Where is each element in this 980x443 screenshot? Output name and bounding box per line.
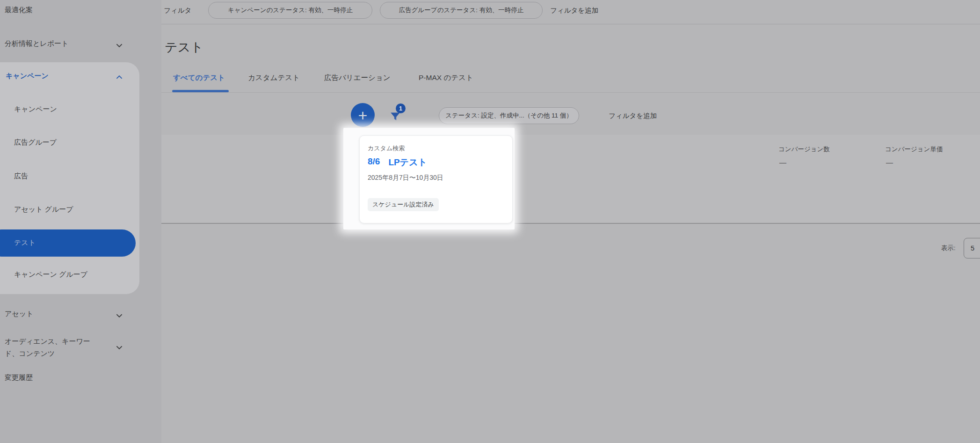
sidebar-item-audiences[interactable]: オーディエンス、キーワー ド、コンテンツ	[5, 335, 90, 360]
sidebar-item-label-line2: ド、コンテンツ	[5, 347, 90, 360]
tab-custom-experiments[interactable]: カスタムテスト	[248, 73, 300, 83]
sidebar-item-optimization[interactable]: 最適化案	[5, 6, 33, 15]
sidebar-item-assets[interactable]: アセット	[5, 310, 33, 318]
page-title: テスト	[165, 39, 203, 56]
chevron-down-icon	[115, 311, 124, 320]
sidebar-item-insights[interactable]: 分析情報とレポート	[5, 39, 68, 48]
page-size-value: 5	[971, 244, 974, 252]
page-size-label: 表示:	[941, 244, 956, 252]
sidebar-item-label: アセット	[5, 310, 33, 317]
plus-icon: +	[358, 107, 368, 123]
sidebar-item-label: 変更履歴	[5, 373, 33, 381]
column-header-cost-per-conversion[interactable]: コンバージョン単価	[885, 145, 943, 154]
experiment-name-prefix: 8/6	[368, 156, 380, 169]
chevron-down-icon	[115, 343, 124, 352]
experiment-type-label: カスタム検索	[368, 144, 405, 153]
tab-all-experiments[interactable]: すべてのテスト	[173, 73, 225, 83]
experiment-status-badge: スケジュール設定済み	[368, 198, 439, 211]
status-filter-chip[interactable]: ステータス: 設定、作成中...（その他 11 個）	[439, 107, 579, 124]
filter-bar-divider	[161, 24, 980, 24]
filter-count-badge: 1	[396, 103, 406, 113]
sidebar-item-ads[interactable]: 広告	[14, 172, 28, 181]
sidebar-item-change-history[interactable]: 変更履歴	[5, 373, 33, 382]
filter-chip-label: 広告グループのステータス: 有効、一時停止	[399, 6, 524, 15]
filter-chip-label: キャンペーンのステータス: 有効、一時停止	[228, 6, 353, 15]
sidebar-item-experiments-selected[interactable]: テスト	[0, 229, 136, 257]
experiment-date-range: 2025年8月7日〜10月30日	[368, 174, 443, 182]
add-filter-button[interactable]: フィルタを追加	[550, 6, 598, 15]
column-header-conversions[interactable]: コンバージョン数	[778, 145, 830, 154]
experiment-name-link[interactable]: 8/6 LPテスト	[368, 156, 427, 169]
sidebar-item-asset-groups[interactable]: アセット グループ	[14, 205, 73, 214]
sidebar-campaign-section: キャンペーン キャンペーン 広告グループ 広告 アセット グループ テスト キャ…	[0, 62, 139, 294]
tab-pmax-experiments[interactable]: P-MAX のテスト	[419, 73, 473, 83]
sidebar: 最適化案 分析情報とレポート キャンペーン キャンペーン 広告グループ 広告 ア…	[0, 0, 161, 443]
filter-chip-adgroup-status[interactable]: 広告グループのステータス: 有効、一時停止	[380, 2, 543, 19]
tab-ad-variations[interactable]: 広告バリエーション	[324, 73, 391, 83]
experiment-card: カスタム検索 8/6 LPテスト 2025年8月7日〜10月30日 スケジュール…	[359, 135, 513, 223]
experiments-table: コンバージョン数 コンバージョン単価 — —	[161, 135, 980, 224]
sidebar-item-label: テスト	[14, 238, 36, 247]
add-experiment-button[interactable]: +	[351, 103, 375, 127]
tab-bar-divider	[161, 92, 980, 93]
chevron-up-icon[interactable]	[115, 73, 124, 84]
sidebar-item-label: 最適化案	[5, 6, 33, 14]
filter-count: 1	[399, 105, 402, 112]
sidebar-item-label-line1: オーディエンス、キーワー	[5, 335, 90, 347]
sidebar-item-ad-groups[interactable]: 広告グループ	[14, 138, 57, 147]
page-size-select[interactable]: 5	[964, 238, 980, 258]
chevron-down-icon	[115, 41, 124, 50]
status-filter-label: ステータス: 設定、作成中...（その他 11 個）	[445, 111, 573, 120]
cell-cost-per-conversion-value: —	[886, 158, 893, 166]
filter-chip-campaign-status[interactable]: キャンペーンのステータス: 有効、一時停止	[208, 2, 372, 19]
sidebar-item-campaign-groups[interactable]: キャンペーン グループ	[14, 270, 87, 279]
filter-bar-label: フィルタ	[164, 6, 191, 15]
sidebar-item-label: 分析情報とレポート	[5, 39, 68, 47]
sidebar-item-campaigns-header[interactable]: キャンペーン	[6, 72, 49, 81]
cell-conversions-value: —	[779, 158, 786, 166]
sidebar-item-campaigns[interactable]: キャンペーン	[14, 105, 57, 114]
experiment-name: LPテスト	[388, 156, 427, 169]
table-add-filter-button[interactable]: フィルタを追加	[609, 111, 657, 120]
